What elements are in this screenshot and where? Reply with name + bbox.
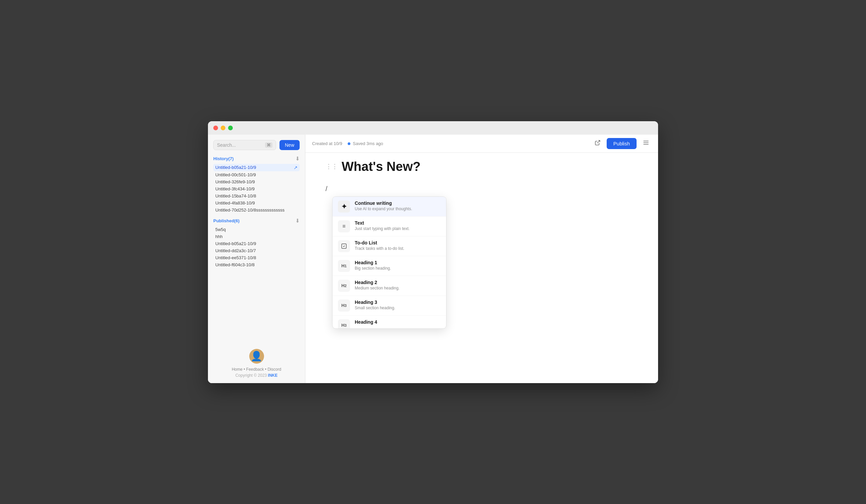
- menu-item-text[interactable]: ≡ Text Just start typing with plain text…: [333, 216, 446, 236]
- todo-icon: [338, 240, 350, 252]
- publish-button[interactable]: Publish: [607, 138, 636, 149]
- home-link[interactable]: Home: [232, 367, 243, 372]
- h1-title: Heading 1: [355, 260, 391, 265]
- published-header: Published(6) ⬇: [213, 217, 300, 224]
- search-kbd: ⌘: [265, 142, 273, 148]
- history-header: History(7) ⬇: [213, 156, 300, 162]
- h3-title: Heading 3: [355, 300, 396, 305]
- minimize-button[interactable]: [221, 126, 225, 130]
- history-item-4[interactable]: Untitled-15ba74-10/8: [213, 192, 300, 200]
- h3-desc: Small section heading.: [355, 305, 396, 310]
- history-item-5[interactable]: Untitled-4fa838-10/9: [213, 200, 300, 206]
- inke-brand: INKE: [268, 373, 278, 378]
- history-item-0[interactable]: Untitled-b05a21-10/9 ↗: [213, 164, 300, 171]
- main-content: ‹ Created at 10/9 Saved 3ms ago: [306, 135, 658, 383]
- published-item-0[interactable]: 5w5q: [213, 226, 300, 233]
- external-link-icon[interactable]: ↗: [293, 165, 298, 170]
- footer-copyright: Copyright © 2023 INKE: [213, 373, 300, 378]
- history-section: History(7) ⬇ Untitled-b05a21-10/9 ↗ Unti…: [208, 156, 305, 214]
- search-box[interactable]: Search... ⌘: [213, 140, 276, 150]
- created-label: Created at 10/9: [312, 141, 342, 146]
- app-window: Search... ⌘ New History(7) ⬇ Untitled-b0…: [208, 121, 658, 383]
- maximize-button[interactable]: [228, 126, 233, 130]
- h4-icon: H3: [338, 319, 350, 328]
- separator-1: •: [244, 367, 246, 372]
- text-desc: Just start typing with plain text.: [355, 226, 410, 231]
- download-icon[interactable]: ⬇: [295, 156, 300, 162]
- saved-dot: [348, 142, 351, 145]
- h4-item-text: Heading 4: [355, 319, 377, 325]
- search-placeholder: Search...: [217, 142, 236, 148]
- document-title: ⋮⋮ What's New?: [325, 159, 638, 174]
- h2-desc: Medium section heading.: [355, 286, 399, 290]
- menu-item-h4[interactable]: H3 Heading 4: [333, 316, 446, 328]
- continue-writing-desc: Use AI to expand your thoughts.: [355, 206, 412, 211]
- download-published-icon[interactable]: ⬇: [295, 217, 300, 224]
- feedback-link[interactable]: Feedback: [246, 367, 264, 372]
- sidebar-top: Search... ⌘ New: [208, 140, 305, 156]
- drag-handle[interactable]: ⋮⋮: [325, 163, 337, 170]
- close-button[interactable]: [213, 126, 218, 130]
- text-item-text: Text Just start typing with plain text.: [355, 220, 410, 231]
- text-icon: ≡: [338, 220, 350, 232]
- continue-writing-icon: ✦: [338, 200, 350, 213]
- saved-status: Saved 3ms ago: [348, 141, 383, 146]
- svg-line-0: [597, 141, 600, 143]
- todo-item-text: To-do List Track tasks with a to-do list…: [355, 240, 404, 251]
- published-item-4[interactable]: Untitled-ee5371-10/8: [213, 254, 300, 261]
- history-item-6[interactable]: Untitled-70d252-10/8sssssssssssss: [213, 206, 300, 214]
- h1-desc: Big section heading.: [355, 266, 391, 271]
- published-item-5[interactable]: Untitled-f604c3-10/8: [213, 261, 300, 268]
- slash-command-menu: ✦ Continue writing Use AI to expand your…: [332, 197, 446, 329]
- h1-item-text: Heading 1 Big section heading.: [355, 260, 391, 271]
- topbar-left: Created at 10/9 Saved 3ms ago: [312, 141, 383, 146]
- menu-item-h3[interactable]: H3 Heading 3 Small section heading.: [333, 296, 446, 316]
- title-text[interactable]: What's New?: [342, 159, 421, 174]
- sidebar-footer: 👤 Home • Feedback • Discord Copyright © …: [208, 344, 305, 383]
- published-title: Published(6): [213, 218, 240, 223]
- published-section: Published(6) ⬇ 5w5q hhh Untitled-b05a21-…: [208, 217, 305, 268]
- h3-item-text: Heading 3 Small section heading.: [355, 300, 396, 310]
- editor-area[interactable]: ⋮⋮ What's New? / ✦ Continue writing: [306, 153, 658, 383]
- avatar[interactable]: 👤: [249, 349, 264, 363]
- history-item-1[interactable]: Untitled-00c501-10/9: [213, 171, 300, 178]
- slash-character: /: [325, 185, 327, 193]
- published-item-1[interactable]: hhh: [213, 233, 300, 240]
- history-item-3[interactable]: Untitled-3fc434-10/9: [213, 185, 300, 192]
- traffic-lights: [213, 126, 233, 130]
- menu-item-todo[interactable]: To-do List Track tasks with a to-do list…: [333, 236, 446, 256]
- menu-item-h1[interactable]: H1 Heading 1 Big section heading.: [333, 256, 446, 276]
- app-body: Search... ⌘ New History(7) ⬇ Untitled-b0…: [208, 135, 658, 383]
- menu-item-continue-writing[interactable]: ✦ Continue writing Use AI to expand your…: [333, 197, 446, 216]
- published-item-2[interactable]: Untitled-b05a21-10/9: [213, 240, 300, 247]
- continue-writing-title: Continue writing: [355, 200, 412, 206]
- sidebar: Search... ⌘ New History(7) ⬇ Untitled-b0…: [208, 135, 306, 383]
- continue-writing-text: Continue writing Use AI to expand your t…: [355, 200, 412, 211]
- h2-icon: H2: [338, 280, 350, 292]
- new-button[interactable]: New: [279, 140, 300, 150]
- titlebar: [208, 121, 658, 135]
- h2-item-text: Heading 2 Medium section heading.: [355, 280, 399, 290]
- external-link-button[interactable]: [592, 138, 603, 149]
- discord-link[interactable]: Discord: [267, 367, 281, 372]
- menu-button[interactable]: [641, 138, 651, 149]
- published-item-3[interactable]: Untitled-dd2a3c-10/7: [213, 247, 300, 254]
- text-title: Text: [355, 220, 410, 226]
- h3-icon: H3: [338, 300, 350, 312]
- editor-input-line[interactable]: /: [325, 184, 638, 194]
- footer-links: Home • Feedback • Discord: [213, 367, 300, 372]
- todo-title: To-do List: [355, 240, 404, 245]
- history-item-2[interactable]: Untitled-326fe9-10/9: [213, 178, 300, 185]
- menu-item-h2[interactable]: H2 Heading 2 Medium section heading.: [333, 276, 446, 296]
- h4-title: Heading 4: [355, 319, 377, 325]
- h2-title: Heading 2: [355, 280, 399, 285]
- topbar: Created at 10/9 Saved 3ms ago Pu: [306, 135, 658, 153]
- topbar-right: Publish: [592, 138, 651, 149]
- h1-icon: H1: [338, 260, 350, 272]
- history-title: History(7): [213, 156, 234, 161]
- todo-desc: Track tasks with a to-do list.: [355, 246, 404, 251]
